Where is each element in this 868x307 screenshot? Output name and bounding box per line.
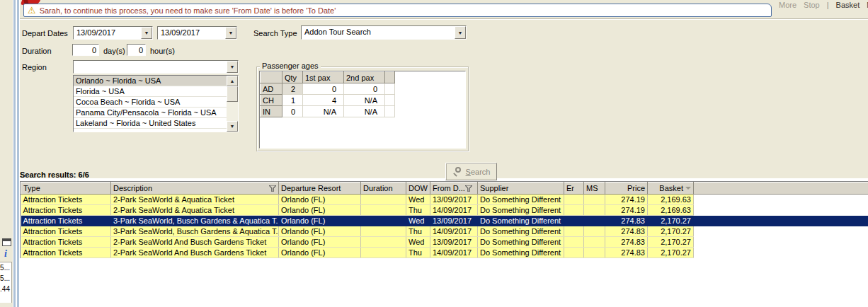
left-clipped-list: 5...5....44	[0, 262, 12, 303]
result-cell-resort: Orlando (FL)	[279, 195, 361, 205]
basket-button[interactable]: Basket	[836, 1, 860, 9]
results-column-dow[interactable]: DOW	[406, 183, 430, 195]
result-row[interactable]: Attraction Tickets2-Park SeaWorld & Aqua…	[21, 205, 868, 216]
chevron-down-icon[interactable]: ▼	[225, 27, 236, 39]
result-cell-supplier: Do Something Different	[478, 226, 564, 237]
result-cell-resort: Orlando (FL)	[279, 237, 361, 248]
results-column-er[interactable]: Er	[564, 183, 584, 195]
pax-cell-qty[interactable]: 1	[282, 95, 303, 106]
result-cell-dow: Thu	[406, 248, 430, 258]
splitter-bar[interactable]	[13, 0, 16, 307]
region-option[interactable]: Lakeland ~ Florida ~ United States	[74, 118, 227, 129]
search-type-value: Addon Tour Search	[302, 26, 455, 39]
search-button[interactable]: Search	[445, 163, 497, 180]
region-option[interactable]: Panama City/Pensacola ~ Florida ~ USA	[74, 108, 227, 118]
result-row[interactable]: Attraction Tickets2-Park SeaWorld And Bu…	[21, 248, 868, 258]
splitter-bar[interactable]	[17, 0, 19, 307]
result-cell-price: 274.83	[605, 237, 648, 248]
result-cell-description: 2-Park SeaWorld & Aquatica Ticket	[111, 195, 279, 205]
results-column-supplier[interactable]: Supplier	[478, 183, 564, 195]
search-results-summary: Search results: 6/6	[20, 170, 89, 179]
duration-days-input[interactable]: 0	[72, 44, 99, 56]
region-option[interactable]: Cocoa Beach ~ Florida ~ USA	[74, 97, 227, 108]
pax-cell-pax2[interactable]: 0	[344, 83, 385, 95]
result-cell-ms	[584, 205, 605, 216]
results-column-duration[interactable]: Duration	[361, 183, 406, 195]
chevron-down-icon[interactable]: ▼	[227, 61, 238, 73]
stop-button[interactable]: Stop	[804, 1, 820, 9]
region-listbox[interactable]: Orlando ~ Florida ~ USAFlorida ~ USACoco…	[73, 75, 239, 132]
scrollbar-thumb[interactable]	[227, 86, 238, 102]
region-options: Orlando ~ Florida ~ USAFlorida ~ USACoco…	[74, 76, 227, 132]
region-option[interactable]	[74, 129, 227, 132]
result-cell-supplier: Do Something Different	[478, 195, 564, 205]
duration-hours-input[interactable]: 0	[127, 44, 146, 56]
info-icon[interactable]: i	[4, 248, 7, 260]
region-option[interactable]: Orlando ~ Florida ~ USA	[74, 76, 227, 86]
search-icon	[452, 167, 462, 176]
results-column-ms[interactable]: MS	[584, 183, 605, 195]
result-cell-er	[564, 248, 584, 258]
result-row[interactable]: Attraction Tickets2-Park SeaWorld And Bu…	[21, 237, 868, 248]
results-column-price[interactable]: Price	[605, 183, 648, 195]
pax-cell-pax1[interactable]: N/A	[303, 106, 344, 117]
result-cell-from: 13/09/2017	[430, 237, 478, 248]
pax-cell-pax1[interactable]: 4	[303, 95, 344, 106]
result-cell-description: 3-Park SeaWorld, Busch Gardens & Aquatic…	[111, 226, 279, 237]
date-from-picker[interactable]: 13/09/2017 ▼	[73, 26, 153, 40]
result-cell-from: 14/09/2017	[430, 205, 478, 216]
pax-row-header[interactable]: CH	[261, 95, 282, 106]
region-option[interactable]: Florida ~ USA	[74, 86, 227, 97]
results-column-description[interactable]: Description	[111, 183, 279, 195]
result-cell-ms	[584, 248, 605, 258]
pax-row-header[interactable]: AD	[261, 83, 282, 95]
result-cell-basket: 2,170.27	[648, 248, 694, 258]
results-column-departure-resort[interactable]: Departure Resort	[279, 183, 361, 195]
passenger-ages-grid[interactable]: Qty1st pax2nd paxAD200CH14N/AIN0N/AN/A	[259, 71, 466, 149]
results-column-basket[interactable]: Basket	[648, 183, 694, 195]
chevron-down-icon[interactable]: ▼	[455, 26, 466, 39]
result-row[interactable]: Attraction Tickets3-Park SeaWorld, Busch…	[21, 216, 868, 226]
result-cell-type: Attraction Tickets	[21, 205, 111, 216]
result-cell-type: Attraction Tickets	[21, 216, 111, 226]
region-scrollbar[interactable]: ▲ ▼	[227, 76, 238, 132]
region-select[interactable]: ▼	[73, 60, 239, 74]
result-cell-resort: Orlando (FL)	[279, 226, 361, 237]
more-button[interactable]: More	[779, 1, 796, 9]
pax-cell-qty[interactable]: 0	[282, 106, 303, 117]
clipped-value: 5...	[0, 262, 11, 273]
result-cell-filler	[694, 216, 868, 226]
passenger-ages-title: Passenger ages	[260, 62, 321, 70]
result-cell-description: 2-Park SeaWorld & Aquatica Ticket	[111, 205, 279, 216]
pax-row: IN0N/AN/A	[261, 106, 395, 117]
pax-cell-pax2[interactable]: N/A	[344, 95, 385, 106]
results-column-type[interactable]: Type	[21, 183, 111, 195]
result-row[interactable]: Attraction Tickets3-Park SeaWorld, Busch…	[21, 226, 868, 237]
search-type-select[interactable]: Addon Tour Search ▼	[301, 25, 467, 40]
scroll-down-icon[interactable]: ▼	[227, 121, 238, 132]
result-cell-dow: Wed	[406, 195, 430, 205]
result-cell-ms	[584, 216, 605, 226]
pax-row-header[interactable]: IN	[261, 106, 282, 117]
clipped-value: .44	[0, 284, 11, 294]
pax-row: CH14N/A	[261, 95, 395, 106]
restore-window-icon[interactable]	[2, 238, 11, 246]
date-to-picker[interactable]: 13/09/2017 ▼	[157, 26, 237, 40]
results-column-from-d[interactable]: From D...	[430, 183, 478, 195]
pax-cell-pax2[interactable]: N/A	[344, 106, 385, 117]
result-cell-duration	[361, 205, 406, 216]
scrollbar-track[interactable]	[227, 102, 238, 121]
scroll-up-icon[interactable]: ▲	[227, 76, 238, 86]
result-cell-supplier: Do Something Different	[478, 237, 564, 248]
result-cell-er	[564, 195, 584, 205]
pax-header-filler	[385, 72, 395, 83]
results-header[interactable]: TypeDescriptionDeparture ResortDurationD…	[21, 183, 868, 195]
toolbar-separator: |	[827, 1, 829, 9]
result-cell-dow: Thu	[406, 226, 430, 237]
result-row[interactable]: Attraction Tickets2-Park SeaWorld & Aqua…	[21, 195, 868, 205]
pax-cell-pax1[interactable]: 0	[303, 83, 344, 95]
pax-cell-qty[interactable]: 2	[282, 83, 303, 95]
chevron-down-icon[interactable]: ▼	[141, 27, 152, 39]
results-body: Attraction Tickets2-Park SeaWorld & Aqua…	[21, 195, 868, 258]
date-to-value: 13/09/2017	[158, 27, 225, 39]
